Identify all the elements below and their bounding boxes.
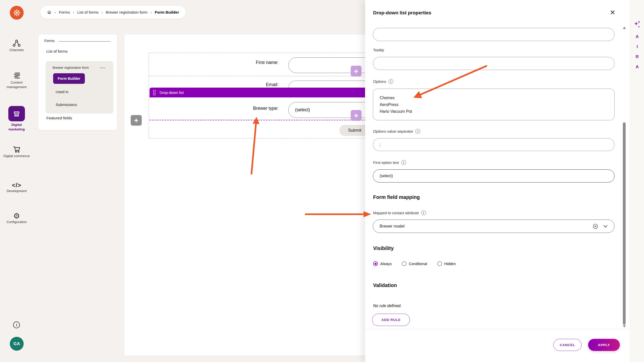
apply-button[interactable]: APPLY [588,339,620,351]
chevron-down-icon[interactable] [603,225,608,228]
add-field-button[interactable]: + [351,110,362,121]
sidebar-label: Configuration [0,220,33,224]
close-icon[interactable]: ✕ [610,9,616,17]
sidebar-label: Development [0,189,33,193]
radio-conditional[interactable]: Conditional [402,261,427,266]
radio-label: Hidden [444,262,456,266]
options-info-icon[interactable]: i [388,79,393,84]
option-line: Chemex [380,94,608,101]
gear-icon: ⚙ [0,212,33,220]
breadcrumb: › Forms › List of forms › Brewer registr… [40,6,186,19]
submit-button[interactable]: Submit [339,125,365,136]
breadcrumb-separator: › [151,10,152,14]
breadcrumb-form-builder: Form Builder [155,10,179,15]
cart-icon [0,145,33,154]
first-option-input[interactable] [373,169,615,183]
separator-info-icon[interactable]: i [415,129,420,134]
app-sidebar: Channels Content management Digital mark… [0,0,33,362]
sidebar-label: Digital marketing [0,123,33,131]
no-rule-text: No rule defined. [373,304,402,308]
first-option-label: First option text [373,160,399,165]
radio-always[interactable]: Always [373,261,392,266]
separator-input[interactable] [373,138,615,151]
sidebar-label: Content management [0,80,33,89]
breadcrumb-separator: › [55,10,56,14]
user-avatar[interactable]: GA [10,337,24,351]
visibility-heading: Visibility [373,245,394,251]
divider [58,41,111,42]
sidebar-item-configuration[interactable]: ⚙ Configuration [0,212,33,224]
breadcrumb-form-name[interactable]: Brewer registration form [106,10,147,15]
tab-form-builder[interactable]: Form Builder [53,73,85,84]
panel-footer: CANCEL APPLY [365,329,630,362]
row-divider [149,76,365,76]
visibility-radio-group: Always Conditional Hidden [373,261,456,266]
add-row-button[interactable]: + [131,115,142,126]
form-field-mapping-heading: Form field mapping [373,194,420,200]
add-rule-button[interactable]: ADD RULE [372,314,410,326]
form-subnav-card: Brewer registration form Form Builder Us… [46,61,113,114]
aira-rail: A I R A [630,0,644,362]
storefront-icon [12,109,21,118]
nav-featured-fields[interactable]: Featured fields [46,116,72,120]
channels-icon [0,39,33,48]
options-label: Options [373,79,386,84]
sidebar-item-channels[interactable]: Channels [0,39,33,52]
form-subnav-title: Brewer registration form [53,66,89,69]
mapped-attribute-combobox[interactable]: Brewer model [373,220,615,233]
options-textarea[interactable]: Chemex AeroPress Hario Vacuum Pot [373,89,615,120]
nav-list-of-forms[interactable]: List of forms [46,49,67,54]
mapped-attribute-value: Brewer model [380,224,405,229]
option-line: Hario Vacuum Pot [380,108,608,115]
email-label: Email: [227,82,278,87]
sidebar-item-content-management[interactable]: Content management [0,71,33,89]
cancel-button[interactable]: CANCEL [553,339,582,351]
dropdown-selection-bar[interactable]: Drop-down list [150,88,365,97]
divider [100,68,106,68]
form-canvas: First name: + Email: Drop-down list Brew… [124,34,365,356]
properties-panel: Drop-down list properties ✕ Tooltip Opti… [365,0,630,362]
content-management-icon [0,71,33,80]
drag-handle-icon[interactable] [153,89,156,96]
first-option-info-icon[interactable]: i [401,160,406,165]
add-field-button[interactable]: + [351,66,362,77]
help-info-icon[interactable]: i [13,321,20,328]
aira-letter[interactable]: I [630,44,644,49]
options-label-row: Options i [373,79,393,84]
code-icon: </> [0,182,33,189]
breadcrumb-forms[interactable]: Forms [59,10,70,15]
radio-hidden[interactable]: Hidden [437,261,456,266]
ai-sparkle-icon[interactable] [634,20,641,29]
separator-label: Options value separator [373,129,413,133]
aira-letter[interactable]: A [630,34,644,39]
tooltip-label: Tooltip [373,48,384,52]
tab-used-in[interactable]: Used in [56,90,68,94]
scrollbar-down-arrow[interactable] [623,325,626,328]
clear-selection-icon[interactable] [593,224,598,229]
first-name-label: First name: [227,60,278,65]
tab-submissions[interactable]: Submissions [56,102,77,107]
home-icon[interactable] [47,10,52,15]
scrollbar-thumb[interactable] [623,122,626,325]
mapped-info-icon[interactable]: i [421,210,426,215]
scrollbar-up-arrow[interactable] [623,27,626,29]
forms-nav-card: Forms List of forms Brewer registration … [38,34,117,130]
breadcrumb-separator: › [73,10,74,14]
label-input[interactable] [373,28,615,41]
radio-label: Always [380,262,392,266]
panel-scrollbar[interactable] [622,25,626,330]
sidebar-item-digital-commerce[interactable]: Digital commerce [0,145,33,158]
separator-label-row: Options value separator i [373,129,420,134]
sidebar-label: Channels [0,48,33,52]
first-option-label-row: First option text i [373,160,406,165]
sidebar-item-digital-marketing-label[interactable]: Digital marketing [0,123,33,131]
tooltip-input[interactable] [373,57,615,70]
mapped-label-row: Mapped to contact attribute i [373,210,426,215]
radio-label: Conditional [409,262,427,266]
sidebar-item-digital-marketing[interactable] [8,106,25,121]
aira-letter[interactable]: A [630,64,644,69]
breadcrumb-list-of-forms[interactable]: List of forms [77,10,98,15]
aira-letter[interactable]: R [630,54,644,59]
forms-nav-title: Forms [44,39,55,43]
sidebar-item-development[interactable]: </> Development [0,182,33,193]
